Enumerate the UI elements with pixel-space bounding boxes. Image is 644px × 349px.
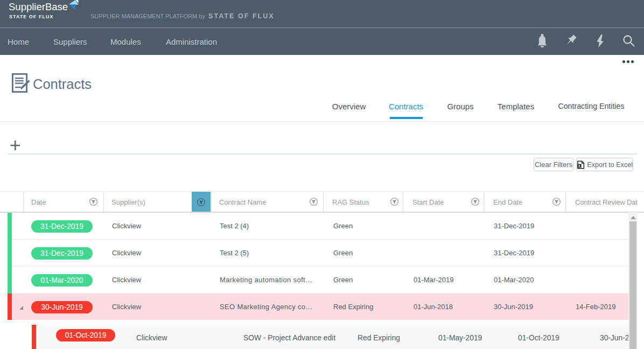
svg-text:x: x (578, 164, 580, 168)
